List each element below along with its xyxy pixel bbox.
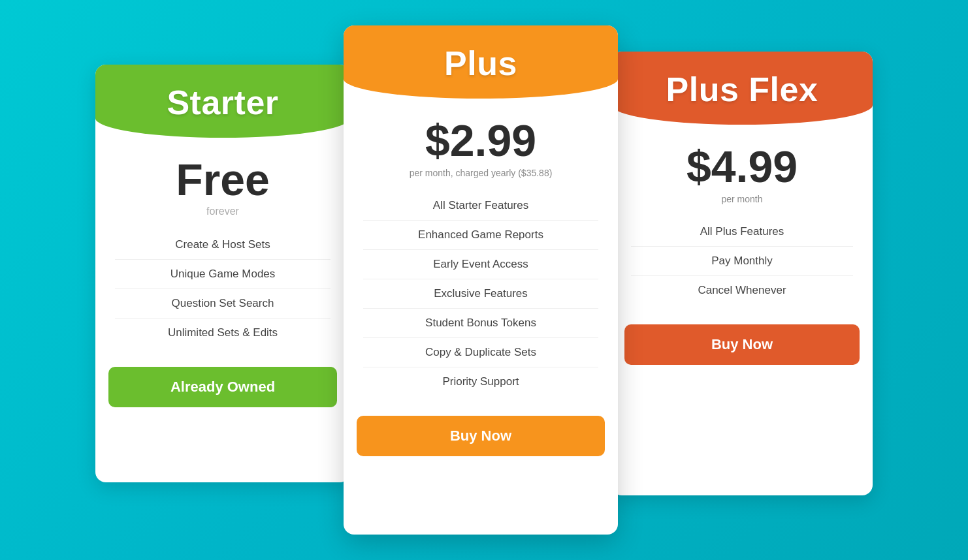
plus-buy-button[interactable]: Buy Now [357,416,605,456]
list-item: Enhanced Game Reports [363,221,598,250]
starter-price-section: Free forever [95,138,350,224]
list-item: Early Event Access [363,250,598,279]
starter-buy-button[interactable]: Already Owned [108,367,337,407]
plus-features-list: All Starter Features Enhanced Game Repor… [350,185,611,409]
plus-card: Plus $2.99 per month, charged yearly ($3… [344,25,618,535]
list-item: Pay Monthly [631,247,853,276]
plus-flex-features-list: All Plus Features Pay Monthly Cancel Whe… [618,211,866,318]
list-item: Unique Game Modes [115,260,331,289]
list-item: Cancel Whenever [631,276,853,305]
starter-price-sub: forever [108,206,337,217]
list-item: Create & Host Sets [115,230,331,260]
starter-header: Starter [95,65,350,138]
list-item: Exclusive Features [363,279,598,309]
plus-header: Plus [344,25,618,99]
list-item: Unlimited Sets & Edits [115,319,331,347]
starter-features-list: Create & Host Sets Unique Game Modes Que… [102,224,344,360]
plus-title: Plus [357,44,605,83]
list-item: All Plus Features [631,217,853,247]
plus-flex-buy-button[interactable]: Buy Now [624,324,860,365]
plus-flex-header: Plus Flex [611,52,873,125]
starter-card: Starter Free forever Create & Host Sets … [95,65,350,482]
pricing-container: Starter Free forever Create & Host Sets … [95,0,873,560]
plus-flex-price-section: $4.99 per month [611,125,873,211]
list-item: Priority Support [363,367,598,396]
starter-price-amount: Free [108,157,337,202]
plus-flex-price-sub: per month [624,194,860,204]
plus-price-sub: per month, charged yearly ($35.88) [357,168,605,178]
list-item: All Starter Features [363,191,598,221]
plus-flex-title: Plus Flex [624,70,860,109]
plus-price-amount: $2.99 [357,118,605,163]
list-item: Student Bonus Tokens [363,309,598,338]
list-item: Question Set Search [115,289,331,319]
plus-flex-price-amount: $4.99 [624,144,860,189]
starter-title: Starter [108,83,337,122]
plus-price-section: $2.99 per month, charged yearly ($35.88) [344,99,618,185]
list-item: Copy & Duplicate Sets [363,338,598,367]
plus-flex-card: Plus Flex $4.99 per month All Plus Featu… [611,52,873,495]
